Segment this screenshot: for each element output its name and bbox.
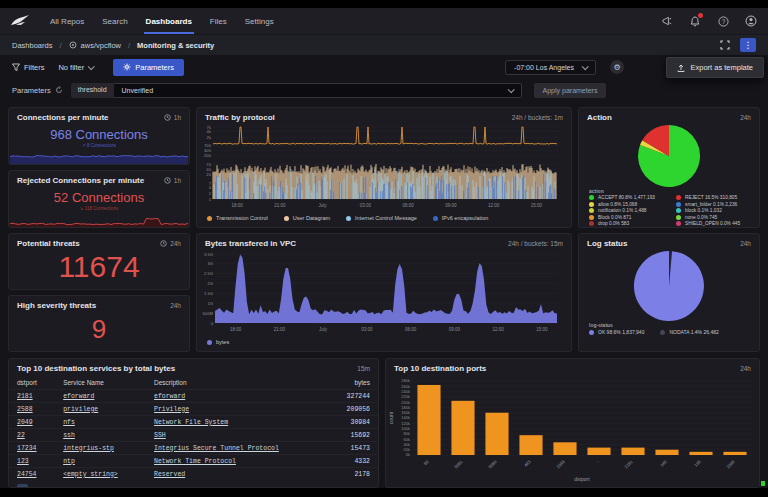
legend-item[interactable]: IPv6 encapsulation (433, 215, 488, 221)
breadcrumb-separator: / (128, 41, 130, 50)
svg-text:?: ? (721, 17, 725, 24)
export-as-template-menu-item[interactable]: Export as template (666, 57, 764, 78)
nav-item-settings[interactable]: Settings (245, 8, 274, 34)
breadcrumb-project[interactable]: aws/vpcflow (69, 41, 121, 50)
nav-right-icons: ? (660, 14, 758, 28)
brand-logo[interactable] (10, 14, 36, 28)
help-icon[interactable]: ? (716, 14, 730, 28)
legend-label: allow 0.8% 15,068 (598, 202, 637, 207)
table-cell-link[interactable]: SSH (154, 432, 166, 439)
table-cell-link[interactable]: Reserved (154, 471, 185, 478)
table-cell-link[interactable]: eforward (154, 393, 185, 400)
table-cell-link[interactable]: 24754 (17, 471, 37, 478)
action-pie-chart (579, 124, 759, 188)
legend-dot (284, 216, 289, 221)
table-cell-link[interactable]: eforward (63, 393, 94, 400)
parameters-row: Parameters threshold Unverified Apply pa… (0, 79, 768, 101)
legend-label: User Datagram (293, 215, 330, 221)
table-cell-link[interactable]: Privilege (154, 406, 189, 413)
table-cell-link[interactable]: 17234 (17, 445, 37, 452)
legend-dot (589, 330, 594, 335)
legend-item[interactable]: bytes (207, 339, 229, 345)
svg-text:100k: 100k (401, 426, 410, 431)
chevron-down-icon (88, 63, 95, 70)
panel-connections-per-minute: Connections per minute 1h 968 Connection… (8, 107, 190, 165)
svg-text:2181: 2181 (623, 459, 634, 470)
table-column-header[interactable]: Service Name (55, 377, 146, 390)
table-cell-link[interactable]: integrius-stp (63, 445, 114, 452)
legend-item[interactable]: Internet Control Message (346, 215, 417, 221)
legend-item[interactable]: Block 0.0% 871 (589, 215, 662, 220)
table-cell-link[interactable]: Integrius Secure Tunnel Protocol (154, 445, 279, 452)
table-cell-link[interactable]: 2588 (17, 406, 33, 413)
table-cell-link[interactable]: 2181 (17, 393, 33, 400)
settings-gear-button[interactable]: ⚙ (610, 60, 624, 74)
legend-label: SHIELD_OPEN 0.0% 445 (685, 221, 740, 226)
svg-text:140k: 140k (401, 415, 410, 420)
notifications-bell-icon[interactable] (688, 14, 702, 28)
table-cell-link[interactable]: privilege (63, 406, 98, 413)
legend-item[interactable]: drop 0.0% 583 (589, 221, 662, 226)
svg-text:July: July (319, 203, 328, 208)
filter-toolbar: Filters No filter Parameters -07:00 Los … (0, 55, 768, 79)
table-column-header[interactable]: dstport (9, 377, 55, 390)
table-cell-link[interactable]: 2049 (17, 419, 33, 426)
table-cell-link[interactable]: <empty string> (63, 471, 118, 478)
project-icon (69, 41, 77, 49)
svg-text:06:00: 06:00 (402, 203, 414, 208)
table-cell-link[interactable]: nfs (63, 419, 75, 426)
legend-item[interactable]: User Datagram (284, 215, 330, 221)
legend-item[interactable]: ACCEPT 80.8% 1,477,193 (589, 195, 662, 200)
breadcrumb-root[interactable]: Dashboards (12, 41, 52, 50)
nav-item-all-repos[interactable]: All Repos (50, 8, 84, 34)
breadcrumb-page[interactable]: Monitoring & security (137, 41, 214, 50)
table-cell-link[interactable]: 22 (17, 432, 25, 439)
filters-button[interactable]: Filters (12, 63, 44, 72)
panel-range: 24h / buckets: 1m (512, 114, 563, 121)
user-avatar-icon[interactable] (744, 14, 758, 28)
table-cell-link[interactable]: ntp (63, 458, 75, 465)
table-column-header[interactable]: bytes (327, 377, 378, 390)
table-cell-link[interactable]: ssh (63, 432, 75, 439)
svg-text:2k: 2k (207, 135, 212, 140)
nav-item-dashboards[interactable]: Dashboards (146, 8, 192, 34)
legend-item[interactable]: notification 0.1% 1,488 (589, 208, 662, 213)
legend-item[interactable]: NODATA 1.4% 26,482 (660, 329, 718, 335)
refresh-icon[interactable] (55, 86, 63, 94)
svg-text:120k: 120k (401, 421, 410, 426)
table-row: 2181eforwardeforward327244 (9, 390, 378, 403)
nav-item-files[interactable]: Files (210, 8, 227, 34)
panel-title: High severity threats (17, 301, 96, 310)
legend-item[interactable]: none 0.0% 745 (676, 215, 749, 220)
timezone-select[interactable]: -07:00 Los Angeles (505, 60, 596, 75)
legend-label: IPv6 encapsulation (442, 215, 488, 221)
legend-item[interactable]: allow 0.8% 15,068 (589, 202, 662, 207)
apply-parameters-button[interactable]: Apply parameters (534, 83, 607, 98)
panel-menu-kebab-button[interactable]: ⋮ (740, 38, 756, 52)
announcements-icon[interactable] (660, 14, 674, 28)
nav-item-search[interactable]: Search (102, 8, 127, 34)
filter-select[interactable]: No filter (58, 63, 93, 72)
panel-range: 1h (174, 177, 181, 184)
legend-item[interactable]: REJECT 16.5% 310,805 (676, 195, 749, 200)
panel-range: 1h (174, 114, 181, 121)
filter-funnel-icon (12, 63, 20, 71)
panel-bytes-transfered: Bytes transfered in VPC 24h / buckets: 1… (196, 233, 572, 352)
table-column-header[interactable]: Description (146, 377, 327, 390)
page-button-2[interactable]: 2 (32, 484, 43, 488)
fullscreen-icon[interactable] (718, 38, 732, 52)
table-cell-link[interactable]: Network Time Protocol (154, 458, 236, 465)
legend-item[interactable]: OK 98.6% 1,837,940 (589, 329, 644, 335)
export-upload-icon (677, 64, 685, 72)
page-button-1[interactable]: 1 (17, 484, 28, 488)
legend-item[interactable]: smart_folder 0.1% 2,236 (676, 202, 749, 207)
svg-text:443: 443 (523, 459, 532, 468)
table-cell-link[interactable]: Network File System (154, 419, 228, 426)
legend-item[interactable]: block 0.1% 1,032 (676, 208, 749, 213)
legend-label: ACCEPT 80.8% 1,477,193 (598, 195, 655, 200)
legend-item[interactable]: SHIELD_OPEN 0.0% 445 (676, 221, 749, 226)
parameters-button[interactable]: Parameters (113, 59, 184, 76)
threshold-select[interactable]: Unverified (114, 83, 522, 98)
legend-item[interactable]: Transmission Control (207, 215, 268, 221)
table-cell-link[interactable]: 123 (17, 458, 29, 465)
